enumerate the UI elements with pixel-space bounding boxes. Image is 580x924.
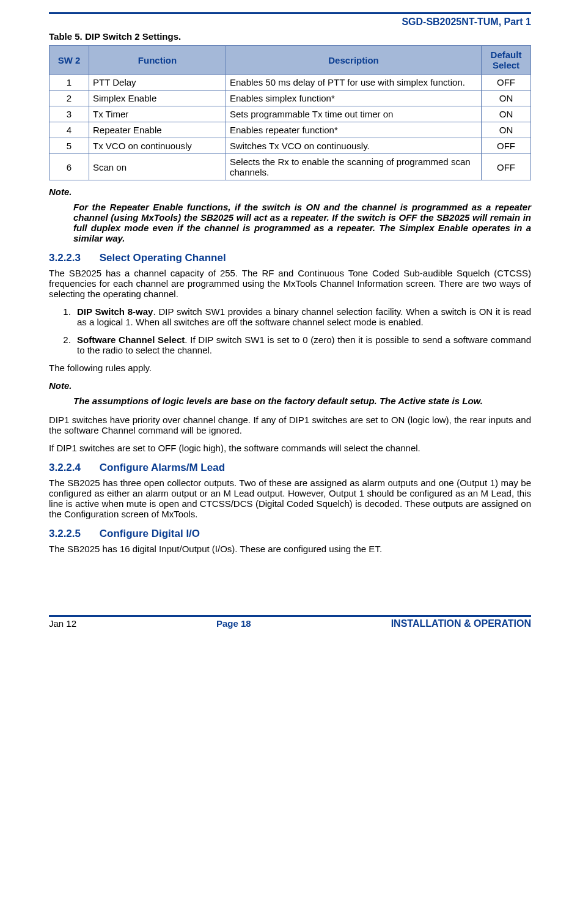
cell-sw2: 1 (50, 75, 89, 91)
table-row: 3 Tx Timer Sets programmable Tx time out… (50, 106, 531, 122)
list-item-lead: DIP Switch 8-way (77, 306, 153, 317)
th-description: Description (226, 46, 482, 75)
heading-title: Configure Alarms/M Lead (100, 462, 225, 473)
cell-function: Scan on (89, 154, 226, 180)
list-item: DIP Switch 8-way. DIP switch SW1 provide… (73, 306, 531, 327)
heading-num: 3.2.2.4 (49, 462, 97, 474)
cell-sw2: 3 (50, 106, 89, 122)
list-item: Software Channel Select. If DIP switch S… (73, 334, 531, 355)
paragraph: The SB2025 has a channel capacity of 255… (49, 268, 531, 299)
table-row: 2 Simplex Enable Enables simplex functio… (50, 91, 531, 106)
cell-function: Tx Timer (89, 106, 226, 122)
cell-default: ON (482, 122, 531, 138)
cell-function: Simplex Enable (89, 91, 226, 106)
paragraph: The SB2025 has three open collector outp… (49, 478, 531, 519)
cell-sw2: 6 (50, 154, 89, 180)
cell-sw2: 2 (50, 91, 89, 106)
cell-description: Switches Tx VCO on continuously. (226, 138, 482, 154)
cell-function: Repeater Enable (89, 122, 226, 138)
heading-3225: 3.2.2.5 Configure Digital I/O (49, 528, 531, 540)
cell-default: ON (482, 106, 531, 122)
cell-description: Enables simplex function* (226, 91, 482, 106)
heading-3223: 3.2.2.3 Select Operating Channel (49, 252, 531, 264)
cell-description: Selects the Rx to enable the scanning of… (226, 154, 482, 180)
note-label: Note. (49, 187, 531, 197)
cell-default: OFF (482, 138, 531, 154)
cell-sw2: 4 (50, 122, 89, 138)
cell-default: ON (482, 91, 531, 106)
paragraph: DIP1 switches have priority over channel… (49, 415, 531, 435)
th-default: Default Select (482, 46, 531, 75)
heading-3224: 3.2.2.4 Configure Alarms/M Lead (49, 462, 531, 474)
th-function: Function (89, 46, 226, 75)
th-sw2: SW 2 (50, 46, 89, 75)
heading-title: Configure Digital I/O (100, 528, 200, 539)
footer-date: Jan 12 (49, 618, 76, 629)
numbered-list: DIP Switch 8-way. DIP switch SW1 provide… (49, 306, 531, 355)
note-label: Note. (49, 380, 531, 391)
footer-page: Page 18 (216, 618, 251, 629)
page-footer: Jan 12 Page 18 INSTALLATION & OPERATION (49, 618, 531, 629)
footer-section: INSTALLATION & OPERATION (391, 618, 531, 629)
list-item-lead: Software Channel Select (77, 334, 185, 345)
paragraph: The following rules apply. (49, 363, 531, 373)
cell-default: OFF (482, 154, 531, 180)
document-id: SGD-SB2025NT-TUM, Part 1 (49, 17, 531, 28)
table5-caption: Table 5. DIP Switch 2 Settings. (49, 31, 531, 42)
dip-switch-table: SW 2 Function Description Default Select… (49, 45, 531, 180)
heading-num: 3.2.2.5 (49, 528, 97, 540)
cell-description: Enables 50 ms delay of PTT for use with … (226, 75, 482, 91)
table-row: 6 Scan on Selects the Rx to enable the s… (50, 154, 531, 180)
heading-num: 3.2.2.3 (49, 252, 97, 264)
table-row: 5 Tx VCO on continuously Switches Tx VCO… (50, 138, 531, 154)
cell-description: Sets programmable Tx time out timer on (226, 106, 482, 122)
paragraph: The SB2025 has 16 digital Input/Output (… (49, 544, 531, 554)
cell-sw2: 5 (50, 138, 89, 154)
table-row: 4 Repeater Enable Enables repeater funct… (50, 122, 531, 138)
cell-function: Tx VCO on continuously (89, 138, 226, 154)
heading-title: Select Operating Channel (100, 252, 226, 264)
note-body: For the Repeater Enable functions, if th… (73, 202, 531, 243)
paragraph: If DIP1 switches are set to OFF (logic h… (49, 443, 531, 453)
cell-function: PTT Delay (89, 75, 226, 91)
table-row: 1 PTT Delay Enables 50 ms delay of PTT f… (50, 75, 531, 91)
cell-description: Enables repeater function* (226, 122, 482, 138)
cell-default: OFF (482, 75, 531, 91)
note-body: The assumptions of logic levels are base… (73, 396, 531, 406)
